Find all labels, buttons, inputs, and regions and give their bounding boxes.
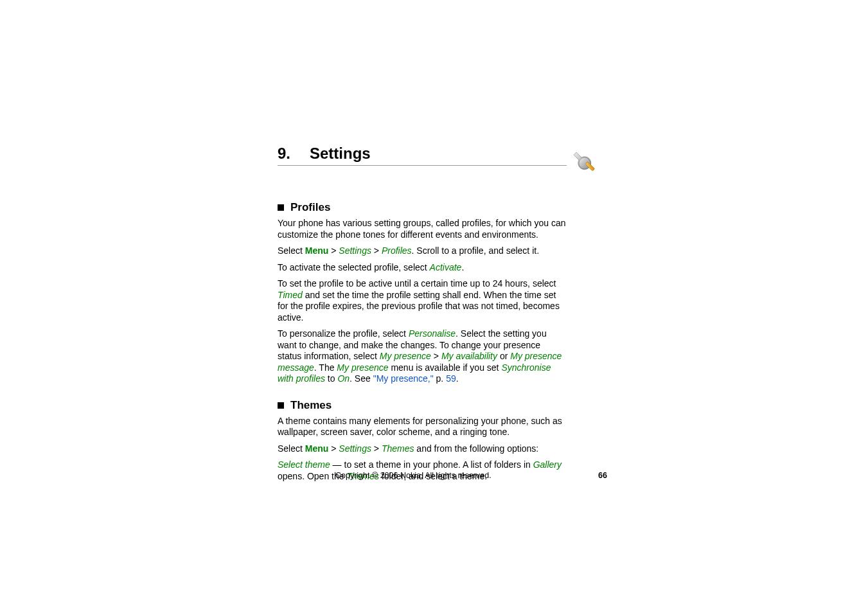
menu-link[interactable]: Menu: [305, 443, 329, 454]
section-heading-text: Themes: [290, 399, 332, 412]
text: . Scroll to a profile, and select it.: [412, 245, 539, 256]
section-heading-themes: Themes: [278, 399, 567, 412]
text: To set the profile to be active until a …: [278, 278, 556, 289]
chapter-title: Settings: [310, 145, 371, 163]
profiles-timed: To set the profile to be active until a …: [278, 278, 567, 323]
text: p.: [434, 373, 446, 384]
my-presence-ref-link[interactable]: "My presence,": [373, 373, 434, 384]
text: .: [456, 373, 459, 384]
text: >: [371, 245, 382, 256]
section-marker-icon: [278, 402, 284, 409]
text: and set the time the profile setting sha…: [278, 290, 560, 323]
page-number: 66: [598, 471, 607, 480]
my-presence-link[interactable]: My presence: [380, 351, 431, 361]
chapter-number: 9.: [278, 145, 290, 163]
themes-select-path: Select Menu > Settings > Themes and from…: [278, 443, 567, 455]
profiles-intro: Your phone has various setting groups, c…: [278, 218, 567, 240]
timed-link[interactable]: Timed: [278, 290, 303, 300]
select-theme-link[interactable]: Select theme: [278, 459, 330, 470]
profiles-select-path: Select Menu > Settings > Profiles. Scrol…: [278, 245, 567, 257]
text: — to set a theme in your phone. A list o…: [330, 459, 533, 470]
settings-wrench-icon: [571, 150, 597, 178]
page-content: 9. Settings: [278, 145, 567, 496]
text: to: [325, 373, 337, 384]
text: . The: [314, 362, 337, 373]
section-profiles: Profiles Your phone has various setting …: [278, 201, 567, 385]
text: menu is available if you set: [389, 362, 502, 373]
text: .: [461, 262, 464, 272]
my-presence-link-2[interactable]: My presence: [337, 362, 388, 373]
chapter-header: 9. Settings: [278, 145, 567, 166]
text: >: [328, 443, 339, 454]
profiles-link[interactable]: Profiles: [382, 245, 412, 256]
text: Select: [278, 443, 305, 454]
text: and from the following options:: [414, 443, 538, 454]
text: To activate the selected profile, select: [278, 262, 430, 272]
text: >: [371, 443, 382, 454]
copyright-text: Copyright © 2006 Nokia. All rights reser…: [335, 471, 492, 480]
themes-intro: A theme contains many elements for perso…: [278, 416, 567, 438]
section-themes: Themes A theme contains many elements fo…: [278, 399, 567, 483]
section-heading-profiles: Profiles: [278, 201, 567, 214]
on-link[interactable]: On: [337, 373, 350, 384]
text: or: [497, 351, 510, 361]
text: To personalize the profile, select: [278, 328, 409, 339]
text: >: [431, 351, 441, 361]
themes-link[interactable]: Themes: [382, 443, 414, 454]
text: >: [328, 245, 339, 256]
text: . See: [350, 373, 373, 384]
settings-link[interactable]: Settings: [339, 443, 371, 454]
my-availability-link[interactable]: My availability: [441, 351, 497, 361]
settings-link[interactable]: Settings: [339, 245, 371, 256]
profiles-personalise: To personalize the profile, select Perso…: [278, 328, 567, 385]
text: Select: [278, 245, 305, 256]
menu-link[interactable]: Menu: [305, 245, 329, 256]
personalise-link[interactable]: Personalise: [409, 328, 456, 339]
profiles-activate: To activate the selected profile, select…: [278, 262, 567, 274]
activate-link[interactable]: Activate: [430, 262, 462, 272]
gallery-link[interactable]: Gallery: [533, 459, 562, 470]
page-ref-link[interactable]: 59: [446, 373, 456, 384]
section-marker-icon: [278, 204, 284, 211]
section-heading-text: Profiles: [290, 201, 330, 214]
